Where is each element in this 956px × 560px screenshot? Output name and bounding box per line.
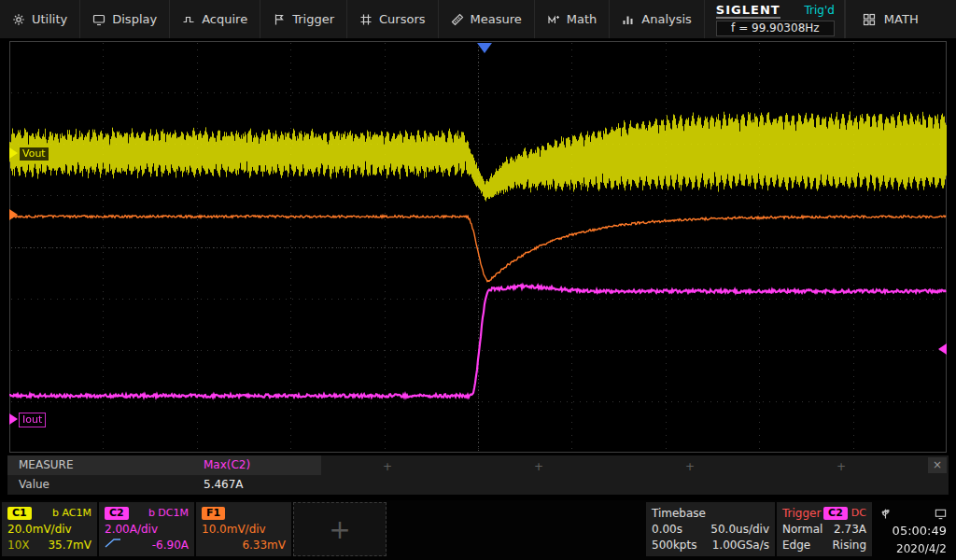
channel2-user-label: Iout [19,413,46,427]
trigger-level-marker[interactable] [938,343,947,355]
waveform-canvas[interactable] [9,41,947,453]
gear-icon [12,13,25,26]
menu-display[interactable]: Display [80,0,170,38]
channel2-descriptor[interactable]: C2 b DC1M 2.00A/div -6.90A [99,502,194,556]
channel1-probe: 10X [7,539,30,552]
trigger-title: Trigger [782,507,821,520]
channel1-scale: 20.0mV/div [7,523,72,536]
add-channel-plus-icon: + [329,514,350,545]
measure-panel: MEASURE Max(C2) Value 5.467A + + + + × [7,455,949,495]
menu-utility[interactable]: Utility [0,0,80,38]
top-menu-bar: Utility Display Acquire Trigger Cursors … [0,0,956,39]
math-f1-chip: F1 [202,507,225,520]
cursors-icon [359,13,373,26]
trigger-level: 2.73A [834,523,866,536]
timebase-scale: 50.0us/div [710,523,769,536]
flag-icon [273,13,286,26]
remote-display-icon [935,508,947,520]
acquire-icon [182,13,195,26]
menu-display-label: Display [112,12,157,26]
measure-panel-title: MEASURE [19,458,73,471]
add-measurement-slot5[interactable]: + [836,460,846,473]
math-icon [547,13,560,26]
active-menu-label: MATH [884,12,919,26]
channel2-offset: -6.90A [152,539,189,552]
clock-tile: 05:00:49 2020/4/2 [874,502,954,556]
slope-icon [105,538,121,552]
menu-math-label: Math [567,12,598,26]
display-icon [92,13,105,26]
menu-acquire-label: Acquire [202,12,247,26]
frequency-counter: f = 99.90308Hz [716,21,835,36]
channel2-scale: 2.00A/div [105,523,158,536]
oscilloscope-screen: Utility Display Acquire Trigger Cursors … [0,0,956,560]
status-bar: C1 b AC1M 20.0mV/div 10X 35.7mV C2 b DC1… [0,500,956,560]
trigger-type: Edge [782,539,810,552]
usb-icon [879,508,892,520]
trigger-coupling: DC [851,507,866,519]
trigger-descriptor[interactable]: Trigger C2 DC Normal 2.73A Edge Rising [777,502,872,556]
timebase-title: Timebase [652,507,706,520]
menu-cursors-label: Cursors [379,12,426,26]
channel2-chip: C2 [105,507,129,520]
trigger-mode: Normal [782,523,822,536]
active-menu-indicator[interactable]: MATH [845,0,956,38]
measure-slot1-header[interactable]: Max(C2) [204,458,250,471]
channel1-offset: 35.7mV [48,539,91,552]
channel1-user-label: Vout [19,147,49,161]
menu-measure[interactable]: Measure [439,0,535,38]
measure-icon [451,13,464,26]
channel1-descriptor[interactable]: C1 b AC1M 20.0mV/div 10X 35.7mV [2,502,97,556]
channel1-chip: C1 [7,507,32,520]
measure-close-button[interactable]: × [928,457,947,473]
trigger-slope: Rising [833,539,866,552]
menu-utility-label: Utility [32,12,67,26]
menu-cursors[interactable]: Cursors [347,0,439,38]
system-time: 05:00:49 [879,522,947,540]
keypad-icon [863,13,876,26]
add-measurement-slot2[interactable]: + [383,460,392,473]
math-f1-offset-marker[interactable] [9,209,18,220]
trigger-status-badge: Trig'd [804,4,834,17]
menu-trigger[interactable]: Trigger [260,0,347,38]
add-measurement-slot3[interactable]: + [534,460,543,473]
trigger-position-marker[interactable] [477,43,492,53]
menu-math[interactable]: Math [535,0,611,38]
math-f1-scale: 10.0mV/div [202,523,266,536]
menu-analysis[interactable]: Analysis [610,0,705,38]
timebase-memory: 500kpts [652,539,696,552]
timebase-delay: 0.00s [652,523,682,536]
brand-block: SIGLENT Trig'd f = 99.90308Hz [705,0,845,38]
system-date: 2020/4/2 [879,540,947,557]
channel2-coupling: b DC1M [148,507,189,519]
menu-measure-label: Measure [471,12,522,26]
math-f1-offset: 6.33mV [242,539,286,552]
waveform-display: Vout Iout [9,41,947,453]
timebase-samplerate: 1.00GSa/s [712,539,769,552]
trigger-source-chip: C2 [823,507,848,520]
channel1-coupling: b AC1M [52,507,91,519]
measure-slot1-value: 5.467A [204,478,244,491]
menu-trigger-label: Trigger [292,12,334,26]
menu-acquire[interactable]: Acquire [170,0,260,38]
timebase-descriptor[interactable]: Timebase 0.00s 50.0us/div 500kpts 1.00GS… [646,502,775,556]
analysis-icon [622,13,635,26]
channel1-offset-marker[interactable] [9,147,18,159]
add-measurement-slot4[interactable]: + [685,460,695,473]
math-f1-descriptor[interactable]: F1 10.0mV/div 6.33mV [196,502,291,556]
measure-value-label: Value [19,478,49,491]
menu-analysis-label: Analysis [641,12,692,26]
channel2-offset-marker[interactable] [9,413,18,425]
brand-logo: SIGLENT [716,3,780,19]
add-channel-tile[interactable]: + [293,502,387,556]
